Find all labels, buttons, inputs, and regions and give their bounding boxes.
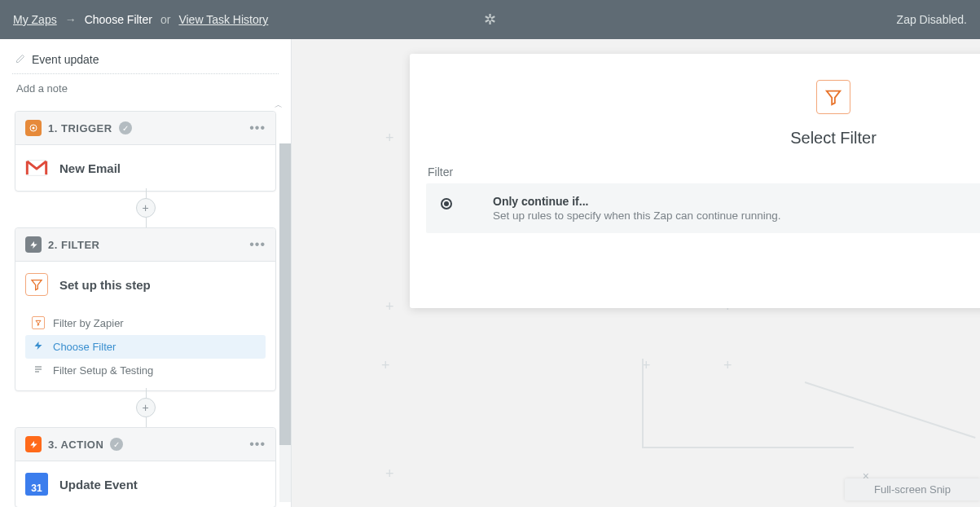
filter-badge-icon (25, 236, 42, 253)
breadcrumb-current: Choose Filter (85, 13, 152, 26)
filter-mini-icon (32, 316, 45, 329)
step-body-trigger[interactable]: New Email (15, 145, 275, 191)
step-body-text: Set up this step (59, 278, 151, 292)
substep-label: Filter by Zapier (53, 317, 124, 329)
svg-marker-4 (32, 280, 42, 290)
bg-wire (805, 381, 976, 439)
bg-plus-icon: + (642, 357, 651, 374)
step-header-trigger[interactable]: 1. TRIGGER ✓ ••• (15, 112, 275, 145)
svg-marker-6 (35, 342, 42, 350)
snip-toast[interactable]: Full-screen Snip (845, 478, 980, 500)
breadcrumb: My Zaps → Choose Filter or View Task His… (13, 13, 268, 26)
step-menu-button[interactable]: ••• (249, 437, 266, 452)
substep-setup-testing[interactable]: Filter Setup & Testing (25, 359, 266, 382)
substep-filter-by-zapier[interactable]: Filter by Zapier (25, 311, 266, 335)
bg-wire (642, 447, 854, 448)
add-step-connector: + (15, 192, 276, 224)
step-label: 2. FILTER (48, 239, 99, 251)
filter-option-only-continue[interactable]: Only continue if... Set up rules to spec… (426, 183, 980, 233)
step-label: 1. TRIGGER (48, 122, 112, 134)
bg-plus-icon: + (385, 298, 394, 315)
panel-title: Select Filter (790, 129, 877, 148)
bg-plus-icon: + (723, 357, 732, 374)
step-label: 3. ACTION (48, 439, 103, 451)
step-header-filter[interactable]: 2. FILTER ••• (15, 228, 275, 262)
substeps: Filter by Zapier Choose Filter Filter Se… (15, 307, 275, 390)
bg-wire (642, 359, 644, 448)
svg-marker-11 (827, 91, 841, 105)
add-note-link[interactable]: Add a note (0, 82, 291, 103)
step-body-text: New Email (59, 161, 121, 175)
filter-field-label: Filter (428, 165, 980, 179)
step-card-action[interactable]: 3. ACTION ✓ ••• 31 Update Event (15, 427, 276, 507)
action-badge-icon (25, 436, 42, 452)
bolt-icon (32, 341, 45, 353)
list-icon (32, 364, 45, 377)
svg-marker-10 (30, 440, 37, 447)
select-filter-panel: Select Filter Filter Only continue if...… (410, 54, 980, 308)
substep-choose-filter[interactable]: Choose Filter (25, 335, 266, 359)
zap-title-row[interactable]: Event update (12, 52, 279, 74)
substep-label: Filter Setup & Testing (53, 364, 153, 377)
bg-plus-icon: + (385, 130, 394, 147)
filter-icon (25, 273, 48, 296)
check-circle-icon: ✓ (110, 438, 123, 451)
add-step-button[interactable]: + (136, 398, 156, 417)
step-card-trigger[interactable]: 1. TRIGGER ✓ ••• New Email (15, 111, 276, 192)
svg-marker-5 (36, 320, 41, 325)
step-card-filter[interactable]: 2. FILTER ••• Set up this step Filter by… (15, 227, 276, 391)
step-menu-button[interactable]: ••• (249, 237, 266, 252)
add-step-button[interactable]: + (136, 198, 156, 218)
bg-plus-icon: + (385, 465, 394, 483)
zap-title: Event update (32, 53, 99, 66)
step-body-action[interactable]: 31 Update Event (15, 461, 275, 507)
step-menu-button[interactable]: ••• (249, 121, 266, 135)
topbar: My Zaps → Choose Filter or View Task His… (0, 0, 980, 39)
zap-status: Zap Disabled. (897, 13, 967, 26)
step-body-text: Update Event (59, 478, 138, 492)
loading-asterisk-icon: ✲ (484, 11, 496, 29)
substep-label: Choose Filter (53, 341, 116, 353)
step-header-action[interactable]: 3. ACTION ✓ ••• (15, 428, 275, 461)
main-canvas: + + + + + + + Select Filter Filter O (292, 39, 980, 507)
scrollbar-thumb[interactable] (279, 143, 291, 445)
filter-icon (816, 80, 850, 114)
svg-marker-3 (30, 240, 37, 248)
svg-point-1 (33, 127, 35, 130)
radio-selected[interactable] (441, 198, 452, 209)
breadcrumb-my-zaps[interactable]: My Zaps (13, 13, 57, 26)
breadcrumb-view-history[interactable]: View Task History (178, 13, 268, 26)
scroll-up-icon[interactable]: ︿ (0, 103, 291, 108)
add-step-connector: + (15, 391, 276, 424)
breadcrumb-or: or (160, 13, 170, 26)
step-body-filter[interactable]: Set up this step (15, 262, 275, 307)
option-title: Only continue if... (493, 195, 780, 208)
sidebar: Event update Add a note ︿ 1. TRIGGER ✓ •… (0, 39, 292, 507)
google-calendar-icon: 31 (25, 473, 48, 496)
bg-plus-icon: + (381, 357, 390, 374)
gmail-icon (25, 157, 48, 179)
option-subtitle: Set up rules to specify when this Zap ca… (493, 209, 780, 222)
trigger-badge-icon (25, 120, 42, 136)
pencil-icon (15, 52, 25, 67)
arrow-icon: → (65, 13, 77, 26)
check-circle-icon: ✓ (119, 121, 132, 134)
